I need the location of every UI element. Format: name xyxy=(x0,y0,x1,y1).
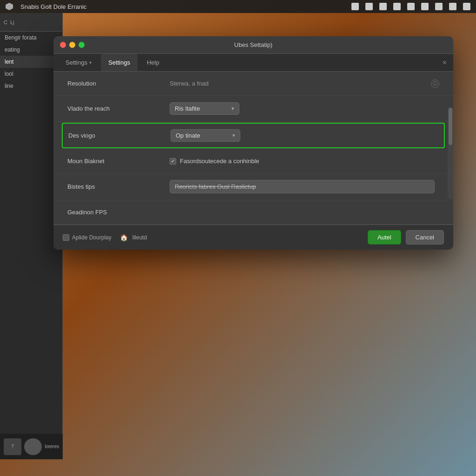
dialog-overlay: Ubes Settatip) Settings ▾ Settings Help … xyxy=(46,13,460,464)
bottom-link-text[interactable]: lileutd xyxy=(132,234,147,241)
dialog-title: Ubes Settatip) xyxy=(234,41,272,48)
taskbar-help[interactable]: ? xyxy=(4,438,21,455)
resolution-label: Resolution xyxy=(67,80,170,87)
bistes-tips-label: Bistes tips xyxy=(67,183,170,190)
dropdown-value: Ris Itafite xyxy=(175,105,200,112)
resolution-info-icon[interactable]: ⓘ xyxy=(431,79,439,88)
bistes-tips-text: Reoricts fabres Ousl Raslictup xyxy=(175,183,256,190)
geadinon-fps-row: Geadinon FPS xyxy=(53,200,453,225)
tab-settings-dropdown[interactable]: Settings ▾ xyxy=(58,54,99,71)
vlado-reach-value: Ris Itafite ▾ xyxy=(170,102,439,115)
menubar-icon-7 xyxy=(435,3,443,10)
moun-biaknet-checkbox-label: Fasordsoutecede a conhinble xyxy=(180,158,259,165)
moun-biaknet-row: Moun Biaknet Fasordsoutecede a conhinble xyxy=(53,149,453,173)
resolution-value: Sterwa, a fnad xyxy=(170,80,431,87)
menubar-icon-1 xyxy=(351,3,359,10)
moun-biaknet-checkbox-row: Fasordsoutecede a conhinble xyxy=(170,158,259,165)
menubar-icon-9 xyxy=(463,3,470,10)
bistes-tips-row: Bistes tips Reoricts fabres Ousl Raslict… xyxy=(53,173,453,200)
close-button[interactable]: × xyxy=(441,54,449,71)
chevron-down-icon: ▾ xyxy=(231,106,234,112)
sidebar-item-label: lent xyxy=(5,59,13,65)
sidebar-top-label: C xyxy=(4,20,7,25)
menubar-icon-6 xyxy=(421,3,429,10)
menubar-icon-8 xyxy=(449,3,456,10)
apply-dourplay-checkbox-row: Aplide Dourplay xyxy=(63,234,112,241)
info-icon: ⓘ xyxy=(433,80,437,87)
scrollbar-thumb[interactable] xyxy=(449,108,452,145)
scrollbar[interactable] xyxy=(448,107,453,199)
close-traffic-light[interactable] xyxy=(60,42,66,48)
moun-biaknet-checkbox[interactable] xyxy=(170,158,176,165)
chevron-down-icon: ▾ xyxy=(89,60,92,65)
taskbar-avatar[interactable] xyxy=(24,438,42,455)
moun-biaknet-value: Fasordsoutecede a conhinble xyxy=(170,158,439,165)
menubar-icon-5 xyxy=(407,3,415,10)
title-bar: Ubes Settatip) xyxy=(53,36,453,54)
menubar-app-name: Snabis Golt Dole Erranic xyxy=(20,3,86,10)
tab-label: Settings xyxy=(66,59,87,66)
menubar-icon-4 xyxy=(393,3,401,10)
ok-button[interactable]: Autel xyxy=(368,230,401,245)
tab-label: Settings xyxy=(108,59,130,66)
home-icon: 🏠 xyxy=(120,234,128,241)
resolution-row: Resolution Sterwa, a fnad ⓘ xyxy=(53,72,453,96)
apply-dourplay-checkbox[interactable] xyxy=(63,234,69,241)
menubar: Snabis Golt Dole Erranic xyxy=(0,0,476,13)
des-viogo-row: Des viogo Op tinate ▾ xyxy=(62,123,445,148)
tab-settings-active[interactable]: Settings xyxy=(101,54,138,71)
des-viogo-dropdown[interactable]: Op tinate ▾ xyxy=(171,129,240,142)
vlado-reach-row: Vlado the reach Ris Itafite ▾ xyxy=(53,96,453,122)
close-icon: × xyxy=(443,59,447,67)
dropdown-value: Op tinate xyxy=(176,132,200,139)
des-viogo-value: Op tinate ▾ xyxy=(171,129,438,142)
sidebar-item-label: lool xyxy=(5,71,13,77)
vlado-reach-label: Vlado the reach xyxy=(67,105,170,112)
bistes-tips-value: Reoricts fabres Ousl Raslictup xyxy=(170,180,439,193)
resolution-text: Sterwa, a fnad xyxy=(170,80,209,87)
bistes-tips-input[interactable]: Reoricts fabres Ousl Raslictup xyxy=(170,180,435,193)
tab-help[interactable]: Help xyxy=(139,54,167,71)
menubar-right xyxy=(351,3,470,10)
bottom-bar: Aplide Dourplay 🏠 lileutd Autel Cancel xyxy=(53,225,453,250)
sidebar-item-label: Bengir forata xyxy=(5,34,37,41)
tab-label: Help xyxy=(147,59,159,66)
moun-biaknet-label: Moun Biaknet xyxy=(67,158,170,165)
apple-logo-icon xyxy=(6,3,13,10)
menubar-icon-3 xyxy=(379,3,387,10)
settings-content: Resolution Sterwa, a fnad ⓘ Vlado the re… xyxy=(53,72,453,225)
sidebar-item-label: eating xyxy=(5,46,20,53)
des-viogo-label: Des viogo xyxy=(68,132,171,139)
settings-dialog: Ubes Settatip) Settings ▾ Settings Help … xyxy=(53,36,453,250)
chevron-down-icon: ▾ xyxy=(232,132,235,139)
traffic-lights xyxy=(60,42,85,48)
sidebar-item-label: line xyxy=(5,83,13,89)
sidebar-sub-label: Lj xyxy=(10,20,14,25)
geadinon-fps-label: Geadinon FPS xyxy=(67,209,170,216)
vlado-reach-dropdown[interactable]: Ris Itafite ▾ xyxy=(170,102,239,115)
menubar-items: Snabis Golt Dole Erranic xyxy=(20,3,86,10)
menubar-icon-2 xyxy=(365,3,373,10)
tab-bar: Settings ▾ Settings Help × xyxy=(53,54,453,72)
apply-dourplay-label: Aplide Dourplay xyxy=(72,234,112,241)
cancel-button[interactable]: Cancel xyxy=(406,230,444,245)
maximize-traffic-light[interactable] xyxy=(79,42,85,48)
minimize-traffic-light[interactable] xyxy=(69,42,75,48)
